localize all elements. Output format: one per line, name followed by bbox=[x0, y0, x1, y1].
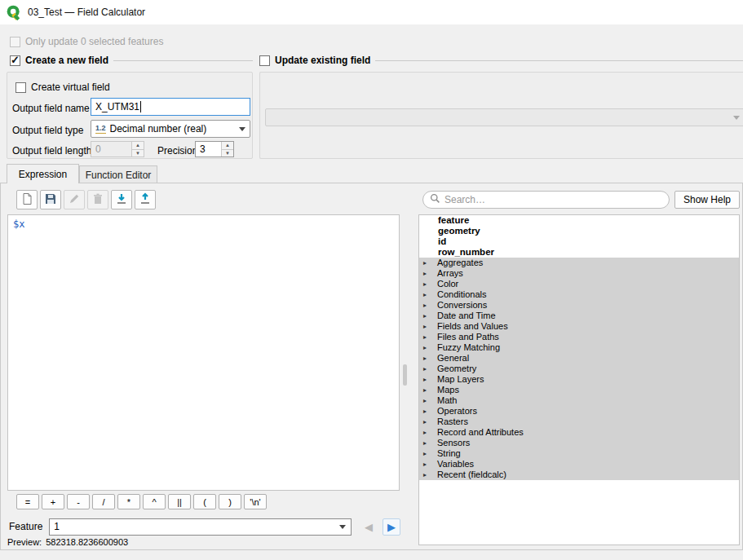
titlebar: 03_Test — Field Calculator bbox=[0, 0, 743, 24]
next-feature-button[interactable]: ▶ bbox=[383, 518, 400, 536]
operator-close-paren-button[interactable]: ) bbox=[219, 494, 241, 509]
operator-equals-button[interactable]: = bbox=[16, 494, 39, 509]
group-label: Operators bbox=[431, 406, 477, 417]
output-field-name-label: Output field name bbox=[12, 103, 90, 114]
operator-power-button[interactable]: ^ bbox=[143, 494, 166, 509]
function-group-row[interactable]: ▸Fuzzy Matching bbox=[419, 342, 739, 353]
output-field-name-input[interactable]: X_UTM31 bbox=[91, 98, 250, 116]
operator-newline-button[interactable]: '\n' bbox=[244, 494, 267, 509]
operator-plus-button[interactable]: + bbox=[42, 494, 64, 509]
function-group-row[interactable]: ▸Conversions bbox=[419, 300, 739, 311]
show-help-button[interactable]: Show Help bbox=[674, 191, 740, 209]
function-group-row[interactable]: ▸Recent (fieldcalc) bbox=[419, 470, 739, 480]
spin-down-icon[interactable]: ▼ bbox=[222, 150, 233, 157]
expand-arrow-icon[interactable]: ▸ bbox=[423, 300, 431, 311]
new-file-icon bbox=[20, 192, 33, 208]
splitter-handle[interactable] bbox=[403, 364, 407, 386]
expand-arrow-icon[interactable]: ▸ bbox=[423, 342, 431, 353]
function-group-row[interactable]: ▸Record and Attributes bbox=[419, 427, 739, 438]
expression-editor[interactable]: $x bbox=[7, 214, 400, 491]
function-group-row[interactable]: ▸Maps bbox=[419, 385, 739, 395]
expand-arrow-icon[interactable]: ▸ bbox=[423, 427, 431, 438]
group-label: Recent (fieldcalc) bbox=[431, 470, 506, 480]
chevron-down-icon bbox=[339, 525, 346, 529]
function-group-row[interactable]: ▸Map Layers bbox=[419, 374, 739, 385]
list-item[interactable]: geometry bbox=[419, 226, 739, 236]
precision-spinner[interactable]: 3 ▲▼ bbox=[195, 141, 234, 157]
operator-multiply-button[interactable]: * bbox=[117, 494, 140, 509]
list-item[interactable]: row_number bbox=[419, 247, 739, 258]
save-expression-button[interactable] bbox=[40, 190, 61, 209]
function-group-row[interactable]: ▸Geometry bbox=[419, 364, 739, 374]
preview-value: 582318.8236600903 bbox=[46, 537, 128, 547]
expand-arrow-icon[interactable]: ▸ bbox=[423, 374, 431, 385]
function-group-row[interactable]: ▸Operators bbox=[419, 406, 739, 417]
function-group-row[interactable]: ▸Color bbox=[419, 279, 739, 289]
new-expression-button[interactable] bbox=[16, 190, 38, 209]
function-group-row[interactable]: ▸Rasters bbox=[419, 417, 739, 427]
function-group-row[interactable]: ▸Math bbox=[419, 395, 739, 406]
import-expressions-button[interactable] bbox=[111, 190, 132, 209]
expand-arrow-icon[interactable]: ▸ bbox=[423, 459, 431, 470]
output-field-length-spinner[interactable]: 0 ▲▼ bbox=[91, 141, 144, 157]
function-group-row[interactable]: ▸Files and Paths bbox=[419, 332, 739, 342]
export-expressions-button[interactable] bbox=[135, 190, 156, 209]
expand-arrow-icon[interactable]: ▸ bbox=[423, 268, 431, 279]
expression-code: $x bbox=[13, 218, 24, 230]
expand-arrow-icon[interactable]: ▸ bbox=[423, 448, 431, 459]
expand-arrow-icon[interactable]: ▸ bbox=[423, 321, 431, 332]
operator-open-paren-button[interactable]: ( bbox=[193, 494, 216, 509]
group-label: Fuzzy Matching bbox=[431, 342, 500, 353]
function-group-row[interactable]: ▸Aggregates bbox=[419, 258, 739, 268]
spinner-buttons[interactable]: ▲▼ bbox=[221, 142, 233, 157]
group-label: Sensors bbox=[431, 438, 470, 448]
tab-expression[interactable]: Expression bbox=[7, 164, 79, 183]
function-group-row[interactable]: ▸Arrays bbox=[419, 268, 739, 279]
spin-down-icon[interactable]: ▼ bbox=[132, 150, 144, 157]
expand-arrow-icon[interactable]: ▸ bbox=[423, 406, 431, 417]
expand-arrow-icon[interactable]: ▸ bbox=[423, 279, 431, 289]
feature-select[interactable]: 1 bbox=[49, 518, 352, 536]
pencil-icon bbox=[68, 192, 81, 208]
function-group-row[interactable]: ▸Fields and Values bbox=[419, 321, 739, 332]
expand-arrow-icon[interactable]: ▸ bbox=[423, 353, 431, 364]
expand-arrow-icon[interactable]: ▸ bbox=[423, 311, 431, 321]
list-item[interactable]: feature bbox=[419, 215, 739, 226]
expand-arrow-icon[interactable]: ▸ bbox=[423, 258, 431, 268]
create-new-field-checkbox[interactable] bbox=[10, 55, 20, 66]
spin-up-icon[interactable]: ▲ bbox=[222, 142, 233, 150]
function-search[interactable] bbox=[422, 191, 670, 209]
update-existing-groupbox bbox=[259, 72, 743, 159]
operator-concat-button[interactable]: || bbox=[168, 494, 191, 509]
expand-arrow-icon[interactable]: ▸ bbox=[423, 289, 431, 300]
function-group-row[interactable]: ▸Date and Time bbox=[419, 311, 739, 321]
expand-arrow-icon[interactable]: ▸ bbox=[423, 470, 431, 480]
function-group-row[interactable]: ▸General bbox=[419, 353, 739, 364]
expand-arrow-icon[interactable]: ▸ bbox=[423, 332, 431, 342]
precision-value: 3 bbox=[196, 142, 221, 157]
arrow-left-icon: ◀ bbox=[365, 521, 373, 533]
only-update-selected-checkbox[interactable]: Only update 0 selected features bbox=[10, 36, 163, 47]
list-item[interactable]: id bbox=[419, 236, 739, 247]
update-existing-field-checkbox[interactable] bbox=[259, 55, 270, 66]
operator-divide-button[interactable]: / bbox=[92, 494, 115, 509]
search-input[interactable] bbox=[444, 194, 662, 205]
expression-toolbar bbox=[16, 190, 156, 209]
tab-function-editor[interactable]: Function Editor bbox=[79, 165, 157, 183]
expand-arrow-icon[interactable]: ▸ bbox=[423, 364, 431, 374]
expand-arrow-icon[interactable]: ▸ bbox=[423, 395, 431, 406]
function-group-row[interactable]: ▸String bbox=[419, 448, 739, 459]
group-label: String bbox=[431, 448, 461, 459]
spinner-buttons[interactable]: ▲▼ bbox=[131, 142, 144, 157]
spin-up-icon[interactable]: ▲ bbox=[132, 142, 144, 150]
operator-minus-button[interactable]: - bbox=[67, 494, 90, 509]
function-group-row[interactable]: ▸Sensors bbox=[419, 438, 739, 448]
expand-arrow-icon[interactable]: ▸ bbox=[423, 417, 431, 427]
expand-arrow-icon[interactable]: ▸ bbox=[423, 385, 431, 395]
function-group-row[interactable]: ▸Conditionals bbox=[419, 289, 739, 300]
function-group-row[interactable]: ▸Variables bbox=[419, 459, 739, 470]
create-virtual-field-checkbox[interactable]: Create virtual field bbox=[15, 82, 110, 93]
feature-navigation: Feature 1 ◀ ▶ bbox=[9, 518, 400, 536]
output-field-type-select[interactable]: 1.2 Decimal number (real) bbox=[91, 120, 250, 138]
expand-arrow-icon[interactable]: ▸ bbox=[423, 438, 431, 448]
